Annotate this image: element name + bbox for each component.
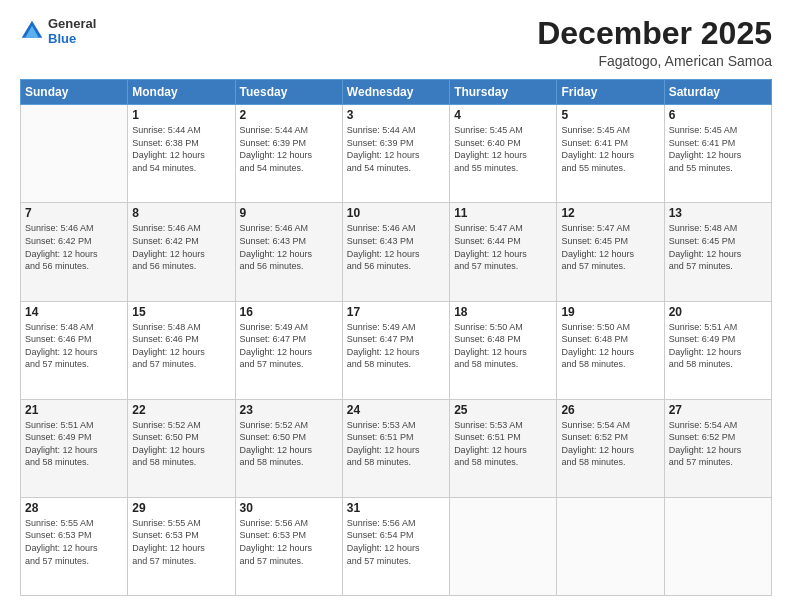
day-info: Sunrise: 5:54 AM Sunset: 6:52 PM Dayligh…	[669, 419, 767, 469]
day-info: Sunrise: 5:47 AM Sunset: 6:44 PM Dayligh…	[454, 222, 552, 272]
calendar-cell: 27Sunrise: 5:54 AM Sunset: 6:52 PM Dayli…	[664, 399, 771, 497]
calendar-cell: 26Sunrise: 5:54 AM Sunset: 6:52 PM Dayli…	[557, 399, 664, 497]
calendar-cell: 17Sunrise: 5:49 AM Sunset: 6:47 PM Dayli…	[342, 301, 449, 399]
day-info: Sunrise: 5:46 AM Sunset: 6:43 PM Dayligh…	[240, 222, 338, 272]
calendar-cell: 5Sunrise: 5:45 AM Sunset: 6:41 PM Daylig…	[557, 105, 664, 203]
calendar-cell	[450, 497, 557, 595]
calendar-cell: 21Sunrise: 5:51 AM Sunset: 6:49 PM Dayli…	[21, 399, 128, 497]
calendar-cell: 6Sunrise: 5:45 AM Sunset: 6:41 PM Daylig…	[664, 105, 771, 203]
logo-icon	[20, 19, 44, 43]
logo-blue: Blue	[48, 31, 96, 46]
day-info: Sunrise: 5:48 AM Sunset: 6:45 PM Dayligh…	[669, 222, 767, 272]
calendar-cell: 22Sunrise: 5:52 AM Sunset: 6:50 PM Dayli…	[128, 399, 235, 497]
day-info: Sunrise: 5:45 AM Sunset: 6:41 PM Dayligh…	[669, 124, 767, 174]
day-info: Sunrise: 5:52 AM Sunset: 6:50 PM Dayligh…	[132, 419, 230, 469]
calendar-cell: 1Sunrise: 5:44 AM Sunset: 6:38 PM Daylig…	[128, 105, 235, 203]
day-info: Sunrise: 5:44 AM Sunset: 6:38 PM Dayligh…	[132, 124, 230, 174]
calendar-cell: 7Sunrise: 5:46 AM Sunset: 6:42 PM Daylig…	[21, 203, 128, 301]
day-number: 10	[347, 206, 445, 220]
day-info: Sunrise: 5:52 AM Sunset: 6:50 PM Dayligh…	[240, 419, 338, 469]
day-info: Sunrise: 5:47 AM Sunset: 6:45 PM Dayligh…	[561, 222, 659, 272]
calendar-cell: 15Sunrise: 5:48 AM Sunset: 6:46 PM Dayli…	[128, 301, 235, 399]
day-number: 20	[669, 305, 767, 319]
calendar-cell: 18Sunrise: 5:50 AM Sunset: 6:48 PM Dayli…	[450, 301, 557, 399]
day-number: 25	[454, 403, 552, 417]
calendar-cell: 23Sunrise: 5:52 AM Sunset: 6:50 PM Dayli…	[235, 399, 342, 497]
day-number: 28	[25, 501, 123, 515]
day-number: 9	[240, 206, 338, 220]
calendar-cell: 25Sunrise: 5:53 AM Sunset: 6:51 PM Dayli…	[450, 399, 557, 497]
day-info: Sunrise: 5:48 AM Sunset: 6:46 PM Dayligh…	[132, 321, 230, 371]
day-info: Sunrise: 5:56 AM Sunset: 6:54 PM Dayligh…	[347, 517, 445, 567]
day-info: Sunrise: 5:44 AM Sunset: 6:39 PM Dayligh…	[240, 124, 338, 174]
day-number: 17	[347, 305, 445, 319]
day-number: 22	[132, 403, 230, 417]
day-info: Sunrise: 5:55 AM Sunset: 6:53 PM Dayligh…	[25, 517, 123, 567]
day-info: Sunrise: 5:54 AM Sunset: 6:52 PM Dayligh…	[561, 419, 659, 469]
day-number: 23	[240, 403, 338, 417]
day-info: Sunrise: 5:45 AM Sunset: 6:40 PM Dayligh…	[454, 124, 552, 174]
calendar-week-row: 14Sunrise: 5:48 AM Sunset: 6:46 PM Dayli…	[21, 301, 772, 399]
calendar-cell: 19Sunrise: 5:50 AM Sunset: 6:48 PM Dayli…	[557, 301, 664, 399]
day-info: Sunrise: 5:51 AM Sunset: 6:49 PM Dayligh…	[25, 419, 123, 469]
day-number: 18	[454, 305, 552, 319]
logo: General Blue	[20, 16, 96, 46]
day-number: 5	[561, 108, 659, 122]
month-title: December 2025	[537, 16, 772, 51]
day-info: Sunrise: 5:50 AM Sunset: 6:48 PM Dayligh…	[561, 321, 659, 371]
day-number: 21	[25, 403, 123, 417]
calendar-week-row: 21Sunrise: 5:51 AM Sunset: 6:49 PM Dayli…	[21, 399, 772, 497]
day-number: 4	[454, 108, 552, 122]
calendar-cell: 14Sunrise: 5:48 AM Sunset: 6:46 PM Dayli…	[21, 301, 128, 399]
day-number: 24	[347, 403, 445, 417]
calendar-cell: 16Sunrise: 5:49 AM Sunset: 6:47 PM Dayli…	[235, 301, 342, 399]
calendar-cell: 28Sunrise: 5:55 AM Sunset: 6:53 PM Dayli…	[21, 497, 128, 595]
calendar-cell: 24Sunrise: 5:53 AM Sunset: 6:51 PM Dayli…	[342, 399, 449, 497]
day-number: 13	[669, 206, 767, 220]
logo-text: General Blue	[48, 16, 96, 46]
day-info: Sunrise: 5:53 AM Sunset: 6:51 PM Dayligh…	[347, 419, 445, 469]
calendar-cell	[664, 497, 771, 595]
day-info: Sunrise: 5:44 AM Sunset: 6:39 PM Dayligh…	[347, 124, 445, 174]
day-number: 7	[25, 206, 123, 220]
day-number: 30	[240, 501, 338, 515]
calendar-cell: 30Sunrise: 5:56 AM Sunset: 6:53 PM Dayli…	[235, 497, 342, 595]
day-info: Sunrise: 5:53 AM Sunset: 6:51 PM Dayligh…	[454, 419, 552, 469]
day-info: Sunrise: 5:49 AM Sunset: 6:47 PM Dayligh…	[240, 321, 338, 371]
day-number: 26	[561, 403, 659, 417]
calendar-cell: 11Sunrise: 5:47 AM Sunset: 6:44 PM Dayli…	[450, 203, 557, 301]
day-number: 19	[561, 305, 659, 319]
calendar-header-row: SundayMondayTuesdayWednesdayThursdayFrid…	[21, 80, 772, 105]
calendar-week-row: 1Sunrise: 5:44 AM Sunset: 6:38 PM Daylig…	[21, 105, 772, 203]
calendar-table: SundayMondayTuesdayWednesdayThursdayFrid…	[20, 79, 772, 596]
day-number: 1	[132, 108, 230, 122]
day-info: Sunrise: 5:46 AM Sunset: 6:42 PM Dayligh…	[25, 222, 123, 272]
calendar-cell	[21, 105, 128, 203]
calendar-header-saturday: Saturday	[664, 80, 771, 105]
logo-general: General	[48, 16, 96, 31]
day-number: 29	[132, 501, 230, 515]
day-info: Sunrise: 5:51 AM Sunset: 6:49 PM Dayligh…	[669, 321, 767, 371]
day-info: Sunrise: 5:56 AM Sunset: 6:53 PM Dayligh…	[240, 517, 338, 567]
calendar-cell: 29Sunrise: 5:55 AM Sunset: 6:53 PM Dayli…	[128, 497, 235, 595]
day-number: 12	[561, 206, 659, 220]
day-info: Sunrise: 5:55 AM Sunset: 6:53 PM Dayligh…	[132, 517, 230, 567]
location: Fagatogo, American Samoa	[537, 53, 772, 69]
day-number: 8	[132, 206, 230, 220]
day-info: Sunrise: 5:45 AM Sunset: 6:41 PM Dayligh…	[561, 124, 659, 174]
calendar-header-thursday: Thursday	[450, 80, 557, 105]
day-number: 6	[669, 108, 767, 122]
day-info: Sunrise: 5:49 AM Sunset: 6:47 PM Dayligh…	[347, 321, 445, 371]
day-info: Sunrise: 5:46 AM Sunset: 6:42 PM Dayligh…	[132, 222, 230, 272]
day-info: Sunrise: 5:50 AM Sunset: 6:48 PM Dayligh…	[454, 321, 552, 371]
calendar-cell: 31Sunrise: 5:56 AM Sunset: 6:54 PM Dayli…	[342, 497, 449, 595]
header: General Blue December 2025 Fagatogo, Ame…	[20, 16, 772, 69]
calendar-week-row: 7Sunrise: 5:46 AM Sunset: 6:42 PM Daylig…	[21, 203, 772, 301]
calendar-cell: 2Sunrise: 5:44 AM Sunset: 6:39 PM Daylig…	[235, 105, 342, 203]
day-info: Sunrise: 5:48 AM Sunset: 6:46 PM Dayligh…	[25, 321, 123, 371]
calendar-header-wednesday: Wednesday	[342, 80, 449, 105]
calendar-header-tuesday: Tuesday	[235, 80, 342, 105]
calendar-week-row: 28Sunrise: 5:55 AM Sunset: 6:53 PM Dayli…	[21, 497, 772, 595]
calendar-header-sunday: Sunday	[21, 80, 128, 105]
calendar-cell: 20Sunrise: 5:51 AM Sunset: 6:49 PM Dayli…	[664, 301, 771, 399]
